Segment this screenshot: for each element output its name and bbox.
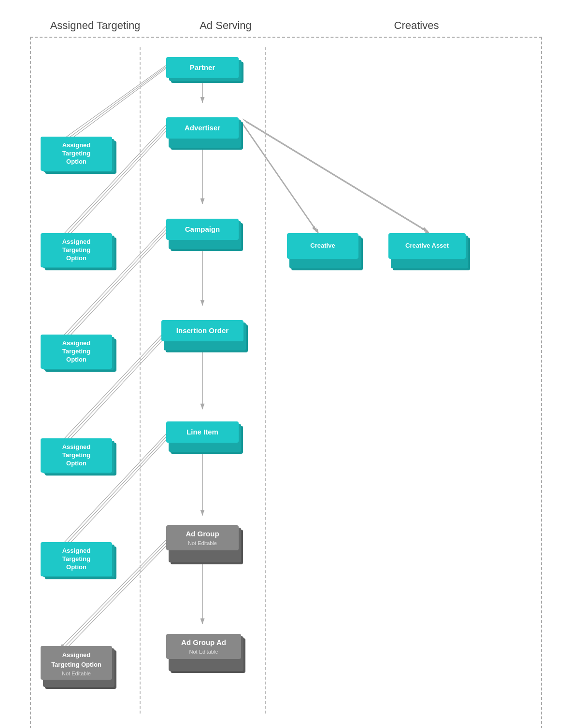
insertion-order-node: Insertion Order — [161, 320, 243, 341]
campaign-node: Campaign — [166, 219, 239, 240]
ad-group-ad-not-editable: Not Editable — [171, 648, 236, 655]
ato-2-label: AssignedTargetingOption — [62, 238, 91, 262]
ad-group-not-editable: Not Editable — [171, 540, 234, 546]
ato-5: AssignedTargetingOption — [41, 542, 112, 576]
col-divider-2 — [265, 47, 266, 714]
ato-5-label: AssignedTargetingOption — [62, 547, 91, 571]
header-assigned-targeting: Assigned Targeting — [30, 19, 160, 32]
creative-asset-node: Creative Asset — [388, 233, 466, 259]
col-divider-1 — [140, 47, 141, 714]
partner-node: Partner — [166, 57, 239, 78]
ato-1: AssignedTargetingOption — [41, 137, 112, 171]
column-headers: Assigned Targeting Ad Serving Creatives — [30, 19, 542, 32]
creative-label: Creative — [310, 242, 335, 249]
ato-3-label: AssignedTargetingOption — [62, 339, 91, 363]
ato-2: AssignedTargetingOption — [41, 233, 112, 267]
ato-6-not-editable: Not Editable — [44, 670, 108, 677]
ad-group-ad-node: Ad Group Ad Not Editable — [166, 634, 241, 659]
campaign-label: Campaign — [185, 225, 220, 233]
ato-6-label: AssignedTargeting Option — [51, 651, 101, 668]
diagram-container: Assigned Targeting Ad Serving Creatives — [20, 10, 552, 728]
creative-node: Creative — [287, 233, 358, 259]
insertion-order-label: Insertion Order — [176, 326, 229, 335]
creative-asset-label: Creative Asset — [405, 242, 449, 249]
ato-1-label: AssignedTargetingOption — [62, 141, 91, 165]
main-diagram-area: Partner AssignedTargetingOption Adverti — [30, 37, 542, 728]
header-ad-serving: Ad Serving — [160, 19, 291, 32]
ato-3: AssignedTargetingOption — [41, 335, 112, 369]
ato-6: AssignedTargeting Option Not Editable — [41, 646, 112, 680]
ato-4: AssignedTargetingOption — [41, 438, 112, 473]
line-item-label: Line Item — [186, 428, 218, 436]
header-creatives: Creatives — [291, 19, 542, 32]
ato-4-label: AssignedTargetingOption — [62, 443, 91, 467]
advertiser-node: Advertiser — [166, 117, 239, 139]
partner-label: Partner — [190, 63, 215, 71]
line-item-node: Line Item — [166, 421, 239, 443]
ad-group-label: Ad Group — [186, 530, 219, 538]
ad-group-node: Ad Group Not Editable — [166, 525, 239, 550]
advertiser-label: Advertiser — [185, 124, 220, 132]
ad-group-ad-label: Ad Group Ad — [181, 638, 226, 646]
